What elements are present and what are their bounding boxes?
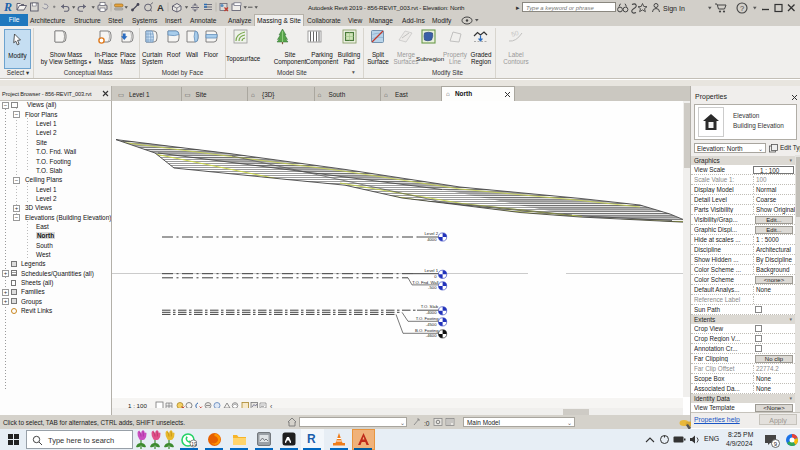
svg-text:19: 19: [191, 441, 197, 447]
svg-text:50: 50: [511, 29, 520, 38]
svg-text::0: :0: [424, 420, 430, 427]
svg-text:?: ?: [740, 4, 744, 13]
svg-text:4000: 4000: [427, 237, 437, 242]
svg-text:-4600: -4600: [426, 333, 437, 338]
svg-text:Sign In: Sign In: [663, 5, 685, 13]
svg-text:-4500: -4500: [426, 322, 437, 327]
svg-text:A: A: [157, 2, 164, 13]
svg-text:Level 1: Level 1: [424, 268, 438, 273]
svg-text:-4000: -4000: [426, 310, 437, 315]
svg-text:-500: -500: [428, 285, 437, 290]
svg-text:T.O. Slab: T.O. Slab: [421, 304, 439, 309]
svg-text:Level 2: Level 2: [424, 231, 438, 236]
svg-text:T.O. Fnd. Wall: T.O. Fnd. Wall: [412, 280, 438, 285]
svg-text:0: 0: [434, 274, 437, 279]
svg-text:R: R: [3, 0, 12, 14]
